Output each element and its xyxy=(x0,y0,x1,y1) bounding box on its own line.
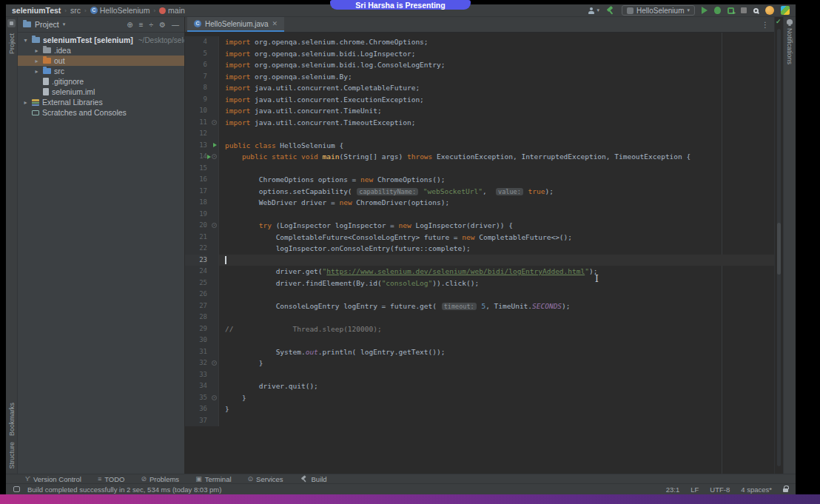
tree-row[interactable]: ▾seleniumTest [selenium]~/Desktop/seleni… xyxy=(18,35,184,45)
toolwindow-version-control[interactable]: ϒVersion Control xyxy=(25,475,81,483)
code-text[interactable]: } xyxy=(219,357,774,369)
toolwindow-todo[interactable]: ≡TODO xyxy=(98,475,125,483)
code-text[interactable]: public class HelloSelenium { xyxy=(219,140,774,152)
session-avatar[interactable] xyxy=(765,6,774,15)
code-line[interactable]: 18 WebDriver driver = new ChromeDriver(o… xyxy=(185,197,774,209)
code-line[interactable]: 12 xyxy=(185,128,774,140)
stripe-bookmarks-label[interactable]: Bookmarks xyxy=(8,403,16,436)
code-text[interactable]: CompletableFuture<ConsoleLogEntry> futur… xyxy=(219,232,774,243)
code-line[interactable]: 4import org.openqa.selenium.chrome.Chrom… xyxy=(185,36,774,48)
stripe-notifications-label[interactable]: Notifications xyxy=(786,28,793,64)
close-icon[interactable]: ✕ xyxy=(272,20,278,27)
indent-setting[interactable]: 4 spaces* xyxy=(741,485,772,494)
notifications-bell-icon[interactable] xyxy=(787,19,793,24)
code-text[interactable]: import org.openqa.selenium.chrome.Chrome… xyxy=(219,36,774,48)
fold-icon[interactable] xyxy=(212,154,217,159)
inspections-ok-icon[interactable]: ✓ xyxy=(776,18,782,25)
code-line[interactable]: 15 xyxy=(185,163,774,175)
code-text[interactable]: driver.quit(); xyxy=(219,380,774,392)
code-text[interactable] xyxy=(219,312,774,323)
code-line[interactable]: 10import java.util.concurrent.TimeUnit; xyxy=(185,105,774,117)
code-line[interactable]: 29// Thread.sleep(120000); xyxy=(185,323,774,335)
toolwindow-services[interactable]: ⊙Services xyxy=(248,475,283,483)
code-text[interactable]: ConsoleLogEntry logEntry = future.get( t… xyxy=(219,300,774,312)
code-text[interactable] xyxy=(219,163,774,175)
search-everywhere-icon[interactable] xyxy=(753,8,759,13)
run-with-coverage-button[interactable] xyxy=(727,7,734,14)
code-text[interactable]: import org.openqa.selenium.bidi.LogInspe… xyxy=(219,48,774,60)
code-line[interactable]: 31 System.out.println( logEntry.getText(… xyxy=(185,346,774,358)
build-hammer-icon[interactable] xyxy=(606,6,615,15)
tree-chevron-icon[interactable]: ▾ xyxy=(22,37,29,44)
breadcrumb-item[interactable]: seleniumTest xyxy=(12,6,61,15)
locate-file-icon[interactable]: ⊕ xyxy=(127,21,132,29)
code-line[interactable]: 9import java.util.concurrent.ExecutionEx… xyxy=(185,94,774,106)
code-line[interactable]: 32 } xyxy=(185,357,774,369)
hide-panel-icon[interactable]: — xyxy=(172,21,179,29)
code-line[interactable]: 14 public static void main(String[] args… xyxy=(185,151,774,163)
code-line[interactable]: 24 driver.get("https://www.selenium.dev/… xyxy=(185,266,774,278)
code-line[interactable]: 7import org.openqa.selenium.By; xyxy=(185,71,774,83)
code-line[interactable]: 37 xyxy=(185,415,774,427)
code-text[interactable]: driver.get("https://www.selenium.dev/sel… xyxy=(219,266,774,278)
code-text[interactable]: import org.openqa.selenium.By; xyxy=(219,71,774,83)
code-text[interactable]: } xyxy=(219,403,774,415)
run-config-selector[interactable]: HelloSelenium ▾ xyxy=(622,5,695,16)
code-text[interactable] xyxy=(219,369,774,381)
code-text[interactable]: ChromeOptions options = new ChromeOption… xyxy=(219,174,774,186)
tree-row[interactable]: .gitignore xyxy=(18,76,184,87)
breadcrumb-item[interactable]: HelloSelenium xyxy=(90,6,150,15)
code-text[interactable]: options.setCapability( capabilityName: "… xyxy=(219,186,774,198)
line-ending[interactable]: LF xyxy=(690,485,699,494)
tree-row[interactable]: ▸src xyxy=(18,66,184,76)
code-text[interactable] xyxy=(219,289,774,300)
code-text[interactable]: try (LogInspector logInspector = new Log… xyxy=(219,220,774,232)
code-line[interactable]: 21 CompletableFuture<ConsoleLogEntry> fu… xyxy=(185,232,774,243)
code-line[interactable]: 28 xyxy=(185,312,774,323)
collapse-all-icon[interactable]: ÷ xyxy=(149,21,154,29)
toolwindow-build[interactable]: Build xyxy=(300,474,327,483)
tab-helloselenium-java[interactable]: HelloSelenium.java ✕ xyxy=(187,17,284,32)
code-line[interactable]: 22 logInspector.onConsoleEntry(future::c… xyxy=(185,243,774,255)
breadcrumb-item[interactable]: src xyxy=(70,6,81,15)
chevron-down-icon[interactable]: ▾ xyxy=(63,21,66,27)
fold-icon[interactable] xyxy=(212,120,217,125)
lock-icon[interactable] xyxy=(783,488,788,492)
code-text[interactable] xyxy=(219,209,774,221)
breadcrumb-item[interactable]: main xyxy=(159,6,185,15)
settings-icon[interactable]: ⚙ xyxy=(159,21,166,29)
code-line[interactable]: 36} xyxy=(185,403,774,415)
user-menu-button[interactable]: ▾ xyxy=(588,7,599,14)
code-text[interactable]: import org.openqa.selenium.bidi.log.Cons… xyxy=(219,59,774,71)
code-line[interactable]: 30 xyxy=(185,335,774,346)
project-stripe-icon[interactable] xyxy=(7,19,16,27)
tree-row[interactable]: ▸out xyxy=(18,56,184,66)
code-text[interactable]: // Thread.sleep(120000); xyxy=(219,323,774,335)
toolwindow-terminal[interactable]: ▣Terminal xyxy=(195,475,231,483)
screencast-icon[interactable] xyxy=(13,486,20,492)
code-text[interactable]: driver.findElement(By.id("consoleLog")).… xyxy=(219,278,774,289)
code-text[interactable]: } xyxy=(219,392,774,404)
run-button[interactable] xyxy=(702,7,708,14)
code-text[interactable] xyxy=(219,255,774,266)
tree-chevron-icon[interactable]: ▸ xyxy=(22,99,29,106)
code-text[interactable]: import java.util.concurrent.TimeoutExcep… xyxy=(219,117,774,129)
code-line[interactable]: 33 xyxy=(185,369,774,381)
tree-chevron-icon[interactable]: ▸ xyxy=(33,58,40,64)
tree-chevron-icon[interactable]: ▸ xyxy=(33,47,40,54)
code-text[interactable] xyxy=(219,128,774,140)
code-line[interactable]: 20 try (LogInspector logInspector = new … xyxy=(185,220,774,232)
tree-row[interactable]: Scratches and Consoles xyxy=(18,107,184,118)
fold-icon[interactable] xyxy=(212,360,217,366)
code-editor[interactable]: 4import org.openqa.selenium.chrome.Chrom… xyxy=(185,33,774,474)
code-line[interactable]: 8import java.util.concurrent.Completable… xyxy=(185,82,774,94)
code-line[interactable]: 16 ChromeOptions options = new ChromeOpt… xyxy=(185,174,774,186)
code-line[interactable]: 25 driver.findElement(By.id("consoleLog"… xyxy=(185,278,774,289)
code-line[interactable]: 6import org.openqa.selenium.bidi.log.Con… xyxy=(185,59,774,71)
toolwindow-problems[interactable]: ⊘Problems xyxy=(141,475,179,483)
code-line[interactable]: 11import java.util.concurrent.TimeoutExc… xyxy=(185,117,774,129)
stripe-project-label[interactable]: Project xyxy=(8,33,16,54)
scrollbar-thumb[interactable] xyxy=(777,223,781,275)
code-text[interactable]: WebDriver driver = new ChromeDriver(opti… xyxy=(219,197,774,209)
code-line[interactable]: 35 } xyxy=(185,392,774,404)
